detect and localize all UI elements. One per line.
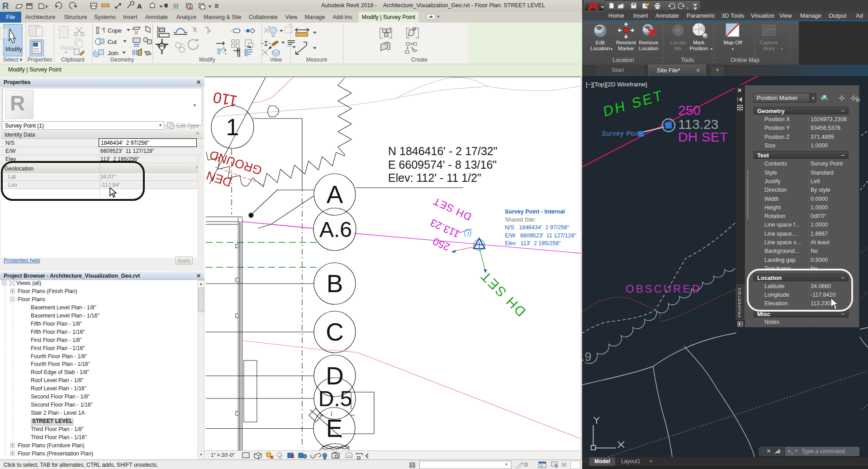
svg-text:DH SET: DH SET	[678, 129, 728, 144]
svg-text:B: B	[327, 270, 343, 298]
svg-text:N/S 1846434' 2 97/256": N/S 1846434' 2 97/256"	[505, 224, 569, 231]
svg-text:A: A	[137, 2, 142, 10]
svg-text:Cut: Cut	[108, 38, 117, 45]
svg-text:Cope: Cope	[108, 27, 122, 34]
svg-text:D.5: D.5	[318, 387, 352, 411]
svg-text:Paste: Paste	[60, 45, 75, 51]
svg-text:Join: Join	[108, 50, 119, 57]
svg-text:N 1846416' - 2 17/32": N 1846416' - 2 17/32"	[388, 145, 498, 157]
svg-text:A: A	[327, 180, 343, 208]
svg-text:Shared Site:: Shared Site:	[505, 217, 536, 223]
svg-text:D: D	[326, 362, 344, 390]
svg-text:A.6: A.6	[319, 218, 352, 242]
svg-text:OBSCURED: OBSCURED	[626, 283, 702, 295]
svg-text:Elev: 112' - 11 1/2": Elev: 112' - 11 1/2"	[388, 171, 481, 184]
svg-text:1: 1	[226, 114, 239, 140]
svg-text:E: E	[326, 414, 343, 442]
svg-text:E 6609574' - 8 13/16": E 6609574' - 8 13/16"	[388, 158, 497, 171]
svg-text:Elev 113' 2 195/256": Elev 113' 2 195/256"	[505, 240, 561, 246]
svg-text:250: 250	[678, 103, 701, 118]
svg-text:Modify: Modify	[5, 46, 23, 52]
svg-text:[−][Top][2D Wireframe]: [−][Top][2D Wireframe]	[586, 81, 647, 88]
svg-text:R: R	[2, 1, 9, 11]
svg-text:E/W 6609523' 11 127/128": E/W 6609523' 11 127/128"	[505, 232, 576, 239]
svg-text:9.9: 9.9	[582, 350, 592, 364]
svg-text:Survey Point: Survey Point	[602, 130, 643, 137]
svg-text:Survey Point - Internal: Survey Point - Internal	[505, 208, 565, 215]
svg-text:C: C	[326, 318, 344, 346]
